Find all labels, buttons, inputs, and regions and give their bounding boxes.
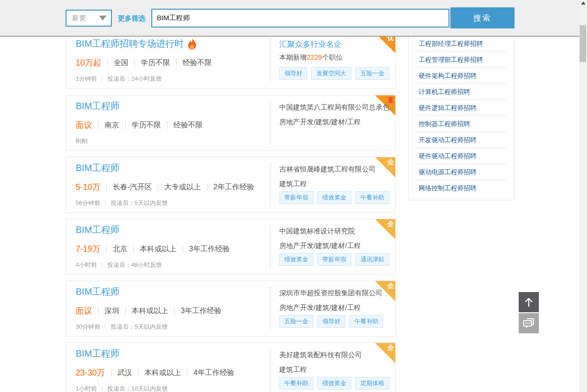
divider — [106, 183, 107, 191]
job-title-link[interactable]: BIM工程师 — [76, 224, 120, 236]
benefit-tag: 带薪年假 — [279, 191, 313, 204]
job-attribute: 全国 — [114, 58, 128, 68]
job-title-link[interactable]: BIM工程师 — [76, 348, 120, 360]
vertical-dotted-divider — [270, 225, 271, 268]
job-attributes-row: 7-19万北京本科或以上3年工作经验 — [76, 243, 230, 255]
related-search-link[interactable]: 硬件逻辑工程师招聘 — [416, 100, 506, 116]
job-card[interactable]: 企BIM工程师23-30万武汉本科或以上4年工作经验1小时前投递后：10天以内反… — [66, 342, 396, 392]
job-title-link[interactable]: BIM工程师 — [76, 100, 120, 112]
related-search-link[interactable]: 开发驱动工程师招聘 — [416, 132, 506, 148]
job-attribute: 深圳 — [105, 306, 119, 316]
related-search-sidebar: 工程部经理工程师招聘工程管理部工程师招聘硬件架构工程师招聘计算机工程师招聘硬件逻… — [408, 33, 515, 200]
related-search-link-text: 工程管理部工程师招聘 — [416, 56, 483, 63]
more-filters-link[interactable]: 更多筛选 — [118, 14, 145, 23]
divider — [105, 324, 105, 330]
job-card-right: 深圳市华超投资控股集团有限公司房地产开发/建筑/建材/工程五险一金领导好午餐补助 — [279, 281, 392, 336]
divider — [167, 121, 167, 129]
posted-time: 1小时前 — [76, 385, 97, 392]
job-title-link[interactable]: BIM工程师 — [76, 286, 120, 298]
job-title-text: BIM工程师 — [76, 286, 120, 298]
caret-down-icon — [99, 16, 106, 21]
job-card-right: 美好建筑装配科技有限公司建筑工程午餐补助绩效奖金定期体检 — [279, 343, 392, 392]
related-search-link[interactable]: 工程管理部工程师招聘 — [416, 52, 506, 68]
feedback-time: 投递后：5天以内反馈 — [111, 323, 167, 331]
related-search-link-text: 控制器工程师招聘 — [416, 120, 470, 127]
job-attribute: 北京 — [113, 244, 127, 254]
job-card[interactable]: 企BIM工程师7-19万北京本科或以上3年工作经验4小时前投递后：48小时反馈中… — [66, 219, 396, 275]
company-name[interactable]: 吉林省恒晟峰建筑工程有限公司 — [279, 165, 394, 174]
job-attribute: 本科或以上 — [140, 244, 177, 254]
page: 薪资 更多筛选 搜索 优BIM工程师招聘专场进行时10万起全国学历不限经验不限1… — [0, 0, 587, 392]
job-meta-row: 30分钟前投递后：5天以内反馈 — [76, 323, 168, 331]
related-search-link-text: 工程部经理工程师招聘 — [416, 40, 483, 47]
arrow-up-icon — [523, 297, 534, 308]
related-search-link-text: 硬件逻辑工程师招聘 — [416, 104, 476, 111]
job-title-text: BIM工程师 — [76, 162, 120, 174]
scrollbar-up-arrow[interactable] — [581, 1, 586, 5]
feedback-time: 投递后：5天以内反馈 — [111, 199, 167, 207]
feedback-time: 投递后：24小时反馈 — [107, 75, 161, 83]
related-search-link[interactable]: 计算机工程师招聘 — [416, 84, 506, 100]
divider — [176, 59, 177, 67]
benefit-tags: 绩效奖金带薪年假通讯津贴 — [279, 253, 393, 266]
job-title-link[interactable]: BIM工程师招聘专场进行时 — [76, 38, 197, 50]
back-to-top-button[interactable] — [519, 292, 539, 312]
salary-filter-label: 薪资 — [72, 14, 99, 22]
posted-time: 1分钟前 — [76, 75, 97, 83]
related-search-link[interactable]: 控制器工程师招聘 — [416, 116, 506, 132]
company-name[interactable]: 美好建筑装配科技有限公司 — [279, 350, 394, 359]
divider — [105, 200, 105, 206]
related-search-link[interactable]: 工程部经理工程师招聘 — [416, 36, 506, 52]
count-prefix: 本期新增 — [279, 53, 307, 61]
related-search-link-text: 硬件驱动工程师招聘 — [416, 152, 476, 160]
job-attribute: 长春-汽开区 — [113, 182, 152, 192]
divider — [174, 307, 175, 315]
job-card[interactable]: 企BIM工程师5-10万长春-汽开区大专或以上2年工作经验56分钟前投递后：5天… — [66, 157, 396, 213]
related-search-link-text: 开发驱动工程师招聘 — [416, 136, 476, 144]
related-search-link-text: 网络控制工程师招聘 — [416, 184, 476, 192]
scrollbar-thumb[interactable] — [580, 25, 586, 62]
related-search-link[interactable]: 网络控制工程师招聘 — [416, 180, 506, 196]
job-attribute: 学历不限 — [132, 121, 161, 130]
job-salary: 面议 — [76, 305, 92, 316]
benefit-tag: 午餐补助 — [355, 191, 389, 204]
job-meta-row: 1小时前投递后：10天以内反馈 — [76, 385, 168, 392]
job-salary: 23-30万 — [76, 367, 105, 378]
job-card[interactable]: 企BIM工程师面议深圳本科或以上3年工作经验30分钟前投递后：5天以内反馈深圳市… — [66, 281, 396, 337]
divider — [98, 121, 99, 129]
job-attributes-row: 面议南京学历不限经验不限 — [76, 119, 203, 131]
job-attributes-row: 面议深圳本科或以上3年工作经验 — [76, 305, 222, 317]
divider — [125, 307, 126, 315]
search-button[interactable]: 搜索 — [450, 7, 515, 28]
chat-bubbles-icon — [522, 317, 535, 330]
promo-headline[interactable]: 汇聚众多行业名企 — [279, 39, 342, 50]
company-name[interactable]: 中国建筑标准设计研究院 — [279, 226, 394, 236]
divider — [102, 262, 102, 268]
benefit-tags: 午餐补助绩效奖金定期体检 — [279, 377, 393, 390]
related-search-link[interactable]: 硬件架构工程师招聘 — [416, 68, 506, 84]
vertical-dotted-divider — [270, 39, 271, 82]
salary-filter-dropdown[interactable]: 薪资 — [66, 10, 112, 27]
posted-time: 刚刚 — [76, 137, 88, 145]
count-suffix: 个职位 — [322, 53, 343, 61]
job-meta-row: 56分钟前投递后：5天以内反馈 — [76, 199, 168, 207]
vertical-dotted-divider — [270, 287, 271, 330]
job-title-link[interactable]: BIM工程师 — [76, 162, 120, 174]
company-name[interactable]: 中国建筑第八工程局有限公司总承包.. — [279, 103, 394, 112]
search-input[interactable] — [151, 9, 449, 28]
job-card[interactable]: 直BIM工程师面议南京学历不限经验不限刚刚中国建筑第八工程局有限公司总承包..房… — [66, 95, 396, 151]
feedback-chat-button[interactable] — [519, 313, 539, 333]
benefit-tags: 带薪年假绩效奖金午餐补助 — [279, 191, 393, 204]
benefit-tag: 领导好 — [279, 67, 307, 80]
related-search-link[interactable]: 硬件驱动工程师招聘 — [416, 148, 506, 164]
job-card[interactable]: 优BIM工程师招聘专场进行时10万起全国学历不限经验不限1分钟前投递后：24小时… — [66, 33, 396, 88]
job-card-right: 汇聚众多行业名企本期新增2229个职位领导好发展空间大五险一金 — [279, 33, 392, 88]
related-search-link[interactable]: 驱动电源工程师招聘 — [416, 164, 506, 180]
job-card-right: 吉林省恒晟峰建筑工程有限公司建筑工程带薪年假绩效奖金午餐补助 — [279, 157, 392, 212]
benefit-tag: 绩效奖金 — [317, 191, 351, 204]
scrollbar[interactable] — [579, 0, 587, 392]
divider — [111, 369, 111, 377]
job-salary: 10万起 — [76, 57, 101, 68]
company-name[interactable]: 深圳市华超投资控股集团有限公司 — [279, 288, 394, 298]
job-meta-row: 4小时前投递后：48小时反馈 — [76, 261, 162, 269]
